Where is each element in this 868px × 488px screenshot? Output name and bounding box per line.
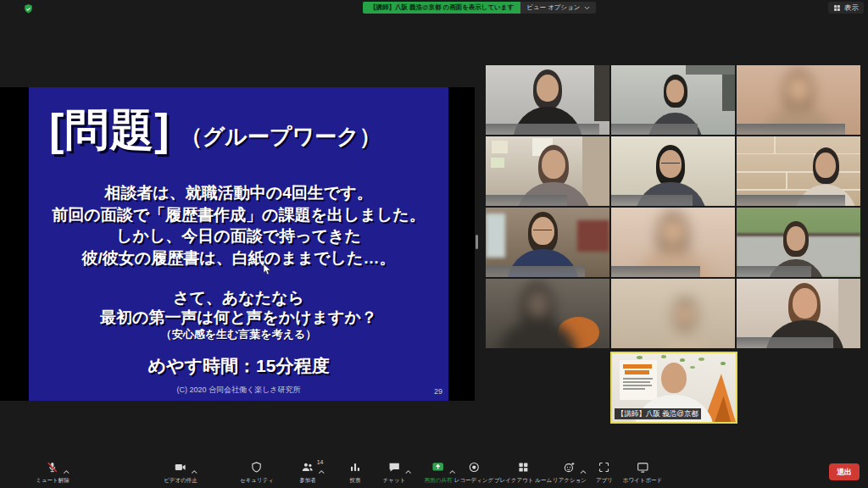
leave-button[interactable]: 退出 — [829, 463, 860, 480]
slide-body-line: しかし、今日の面談で持ってきた — [29, 225, 448, 247]
whiteboard-button[interactable]: ホワイトボード — [623, 462, 662, 485]
participant-video-tile[interactable] — [611, 208, 735, 277]
top-bar: 【講師】八阪 義浩@京都 の画面を表示しています ビュー オプション 表示 — [0, 0, 868, 15]
person-face — [787, 75, 810, 103]
view-options-button[interactable]: ビュー オプション — [520, 2, 595, 14]
slide-title-row: [問題] （グループワーク） — [49, 108, 440, 152]
person-face — [793, 288, 817, 319]
mute-button[interactable]: ミュート解除 — [36, 462, 69, 485]
slide-question-note: （安心感を生む言葉を考える） — [29, 327, 448, 342]
participant-video-tile[interactable] — [486, 65, 609, 135]
participant-name-bar — [611, 124, 698, 135]
person-glasses — [661, 158, 680, 163]
screen-share-banner-group: 【講師】八阪 義浩@京都 の画面を表示しています ビュー オプション — [363, 2, 596, 14]
slide-body-line: 相談者は、就職活動中の4回生です。 — [29, 182, 448, 204]
screen-share-banner: 【講師】八阪 義浩@京都 の画面を表示しています — [363, 2, 520, 14]
toolbar-button-label: 投票 — [350, 477, 361, 485]
chat-button[interactable]: チャット — [383, 462, 406, 485]
polls-button[interactable]: 投票 — [349, 462, 362, 485]
breakout-icon — [517, 461, 530, 477]
caret-up-icon[interactable] — [404, 463, 411, 478]
participant-name-bar — [611, 266, 700, 277]
toolbar-button-label: リアクション — [553, 477, 587, 485]
participant-video-tile[interactable] — [486, 208, 609, 277]
breakout-rooms-button[interactable]: ブレイクアウト ルーム — [494, 462, 552, 485]
person-face — [666, 80, 684, 102]
reaction-icon — [563, 461, 576, 477]
toolbar-button-label: ブレイクアウト ルーム — [494, 477, 552, 485]
reactions-button[interactable]: リアクション — [553, 462, 587, 485]
poll-icon — [349, 461, 362, 477]
participant-name-bar — [737, 337, 833, 348]
toolbar-button-label: 画面の共有 — [425, 477, 453, 485]
participant-name-bar — [737, 195, 845, 206]
record-button[interactable]: レコーディング — [454, 462, 493, 485]
apps-button[interactable]: アプリ — [596, 462, 613, 485]
participant-name-bar — [737, 266, 811, 277]
grid-view-icon — [833, 4, 841, 12]
participant-video-tile[interactable] — [611, 279, 735, 348]
slide-body-line: 前回の面談で「履歴書作成」の課題を出しました。 — [29, 204, 448, 226]
slide-copyright: (C) 2020 合同会社働く楽しさ研究所 — [29, 385, 448, 396]
security-button[interactable]: セキュリティ — [240, 462, 274, 485]
view-button[interactable]: 表示 — [828, 2, 864, 14]
tile-person — [486, 279, 609, 348]
slide-time-note: めやす時間：15分程度 — [29, 354, 448, 378]
person-face — [542, 150, 565, 180]
caret-up-icon[interactable] — [580, 463, 587, 478]
participant-video-tile[interactable] — [611, 136, 735, 206]
speaker-video-tile[interactable]: 【講師】八阪 義浩@京都 — [610, 352, 737, 424]
encryption-shield-icon[interactable] — [23, 3, 34, 18]
participant-name-bar — [737, 124, 845, 135]
chevron-down-icon — [584, 6, 590, 10]
participant-video-tile[interactable] — [737, 208, 860, 277]
speaker-name-label: 【講師】八阪 義浩@京都 — [615, 408, 701, 419]
person-face — [661, 363, 687, 394]
participant-video-tile[interactable] — [737, 136, 860, 206]
participants-icon — [302, 461, 314, 477]
participant-video-tile[interactable] — [486, 136, 609, 206]
participant-name-bar — [486, 124, 599, 135]
view-options-label: ビュー オプション — [526, 2, 580, 14]
person-face — [526, 288, 550, 319]
mouse-cursor — [263, 263, 271, 279]
toolbar-button-label: レコーディング — [454, 477, 493, 485]
share-screen-icon — [431, 461, 445, 477]
person-face — [531, 217, 554, 246]
person-body — [498, 320, 577, 348]
whiteboard-icon — [636, 461, 648, 477]
caret-up-icon[interactable] — [319, 463, 326, 478]
apps-icon — [598, 461, 611, 477]
slide-body-text: 相談者は、就職活動中の4回生です。前回の面談で「履歴書作成」の課題を出しました。… — [29, 182, 448, 269]
participant-name-bar — [611, 195, 693, 206]
meeting-toolbar: 退出 ミュート解除ビデオの停止セキュリティ14参加者投票チャット画面の共有レコー… — [0, 458, 868, 488]
video-icon — [174, 461, 186, 477]
presentation-slide: [問題] （グループワーク） 相談者は、就職活動中の4回生です。前回の面談で「履… — [29, 87, 448, 401]
participant-name-bar — [486, 195, 567, 206]
participant-video-tile[interactable] — [486, 279, 609, 348]
slide-title: [問題] — [49, 108, 170, 152]
caret-up-icon[interactable] — [191, 463, 198, 478]
toolbar-button-label: ホワイトボード — [623, 477, 662, 485]
grid-scrollbar[interactable] — [476, 235, 478, 249]
person-face — [537, 75, 559, 103]
participant-video-tile[interactable] — [737, 279, 860, 348]
person-face — [676, 303, 694, 325]
toolbar-button-label: ビデオの停止 — [164, 477, 198, 485]
person-face — [661, 217, 686, 247]
zoom-meeting-window: 【講師】八阪 義浩@京都 の画面を表示しています ビュー オプション 表示 [問… — [0, 0, 868, 488]
toolbar-button-label: ミュート解除 — [36, 477, 69, 485]
toolbar-button-label: チャット — [383, 477, 406, 485]
shared-screen-area: [問題] （グループワーク） 相談者は、就職活動中の4回生です。前回の面談で「履… — [0, 87, 475, 401]
participants-button[interactable]: 14参加者 — [299, 462, 316, 485]
toolbar-button-label: セキュリティ — [240, 477, 274, 485]
caret-up-icon[interactable] — [64, 463, 70, 478]
participant-video-tile[interactable] — [737, 65, 860, 135]
person-face — [815, 152, 836, 178]
stop-video-button[interactable]: ビデオの停止 — [164, 462, 198, 485]
share-screen-button[interactable]: 画面の共有 — [425, 462, 453, 485]
chat-icon — [387, 461, 400, 477]
person-glasses — [533, 225, 552, 230]
slide-page-number: 29 — [434, 387, 442, 396]
participant-video-tile[interactable] — [611, 65, 735, 135]
